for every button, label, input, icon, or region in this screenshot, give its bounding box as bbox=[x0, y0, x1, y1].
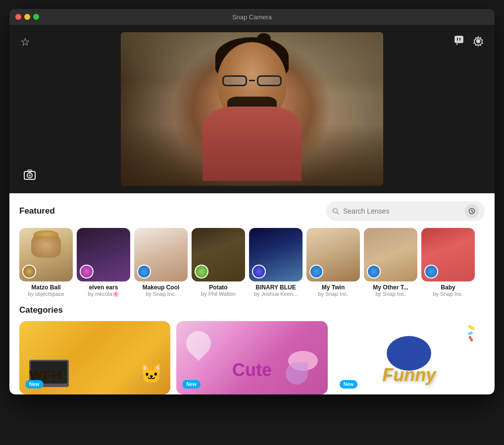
lens-author: by Snap Inc. bbox=[146, 291, 176, 297]
lens-author: by mkcola🌸 bbox=[88, 291, 119, 297]
lens-name: elven ears bbox=[89, 284, 118, 291]
bottom-panel: Featured bbox=[9, 193, 495, 394]
avatar bbox=[22, 265, 36, 278]
avatar bbox=[252, 265, 266, 278]
lens-thumbnail bbox=[19, 228, 73, 281]
list-item[interactable]: Funny New bbox=[334, 321, 485, 394]
lens-name: Baby bbox=[441, 284, 455, 291]
featured-header: Featured bbox=[19, 201, 485, 221]
avatar bbox=[80, 265, 94, 278]
twitch-icon[interactable] bbox=[454, 36, 465, 49]
camera-person bbox=[121, 32, 383, 186]
titlebar: Snap Camera bbox=[9, 9, 495, 25]
app-window: Snap Camera ☆ bbox=[9, 9, 495, 394]
maximize-button[interactable] bbox=[33, 14, 39, 20]
lens-author: by Snap Inc. bbox=[433, 291, 463, 297]
lens-author: by Snap Inc. bbox=[375, 291, 405, 297]
avatar bbox=[195, 265, 208, 278]
featured-title: Featured bbox=[19, 206, 55, 216]
avatar bbox=[367, 265, 381, 278]
settings-icon[interactable] bbox=[473, 36, 484, 49]
lens-thumbnail bbox=[134, 228, 188, 281]
avatar bbox=[424, 265, 438, 278]
list-item[interactable]: Makeup Cool by Snap Inc. bbox=[134, 228, 188, 297]
lens-name: Matzo Ball bbox=[31, 284, 60, 291]
lens-name: Makeup Cool bbox=[143, 284, 180, 291]
lens-grid: Matzo Ball by objectspace elven ears by … bbox=[19, 228, 485, 297]
lens-thumbnail bbox=[192, 228, 245, 281]
svg-marker-4 bbox=[456, 43, 458, 45]
window-title: Snap Camera bbox=[232, 13, 272, 21]
capture-icon[interactable] bbox=[23, 168, 36, 184]
svg-point-10 bbox=[29, 174, 31, 177]
avatar bbox=[309, 265, 323, 278]
lens-name: BINARY BLUE bbox=[255, 284, 296, 291]
favorites-icon[interactable]: ☆ bbox=[20, 36, 30, 49]
camera-feed bbox=[121, 32, 383, 186]
lens-author: by Joshua Keen... bbox=[254, 291, 298, 297]
list-item[interactable]: My Twin by Snap Inc. bbox=[306, 228, 360, 297]
svg-line-13 bbox=[337, 213, 339, 215]
list-item[interactable]: Matzo Ball by objectspace bbox=[19, 228, 73, 297]
svg-line-16 bbox=[472, 212, 473, 213]
lens-thumbnail bbox=[306, 228, 360, 281]
categories-title: Categories bbox=[19, 305, 485, 315]
categories-grid: 🐱 WFH New Cute New Funny bbox=[19, 321, 485, 394]
avatar bbox=[137, 265, 151, 278]
confetti-decoration bbox=[468, 326, 475, 343]
list-item[interactable]: Cute New bbox=[176, 321, 327, 394]
lens-thumbnail bbox=[77, 228, 130, 281]
lens-thumbnail bbox=[364, 228, 417, 281]
camera-section: ☆ bbox=[9, 25, 495, 193]
minimize-button[interactable] bbox=[24, 14, 30, 20]
close-button[interactable] bbox=[15, 14, 21, 20]
cute-shape-1 bbox=[181, 326, 216, 361]
cat-label: Funny bbox=[382, 365, 436, 386]
cute-shape-3 bbox=[286, 362, 308, 385]
lens-author: by Phil Walton bbox=[201, 291, 236, 297]
lens-author: by objectspace bbox=[28, 291, 64, 297]
lens-name: My Other T... bbox=[373, 284, 408, 291]
new-badge: New bbox=[182, 380, 201, 389]
svg-rect-0 bbox=[455, 36, 463, 43]
cat-label: Cute bbox=[232, 360, 272, 381]
list-item[interactable]: BINARY BLUE by Joshua Keen... bbox=[249, 228, 302, 297]
cat-animal-icon: 🐱 bbox=[140, 363, 163, 385]
svg-rect-3 bbox=[459, 38, 460, 41]
search-icon bbox=[332, 208, 339, 215]
list-item[interactable]: elven ears by mkcola🌸 bbox=[77, 228, 130, 297]
svg-rect-2 bbox=[457, 38, 458, 41]
search-history-button[interactable] bbox=[465, 204, 479, 218]
window-controls bbox=[15, 14, 39, 20]
list-item[interactable]: My Other T... by Snap Inc. bbox=[364, 228, 417, 297]
lens-thumbnail bbox=[421, 228, 475, 281]
lens-name: Potato bbox=[209, 284, 227, 291]
search-input[interactable] bbox=[343, 207, 461, 215]
list-item[interactable]: Potato by Phil Walton bbox=[192, 228, 245, 297]
lens-author: by Snap Inc. bbox=[318, 291, 348, 297]
new-badge: New bbox=[340, 380, 358, 389]
list-item[interactable]: 🐱 WFH New bbox=[19, 321, 170, 394]
new-badge: New bbox=[25, 380, 44, 389]
lens-name: My Twin bbox=[322, 284, 345, 291]
lens-thumbnail bbox=[249, 228, 302, 281]
search-bar[interactable] bbox=[326, 201, 485, 221]
list-item[interactable]: Baby by Snap Inc. bbox=[421, 228, 475, 297]
person-silhouette bbox=[188, 42, 316, 181]
